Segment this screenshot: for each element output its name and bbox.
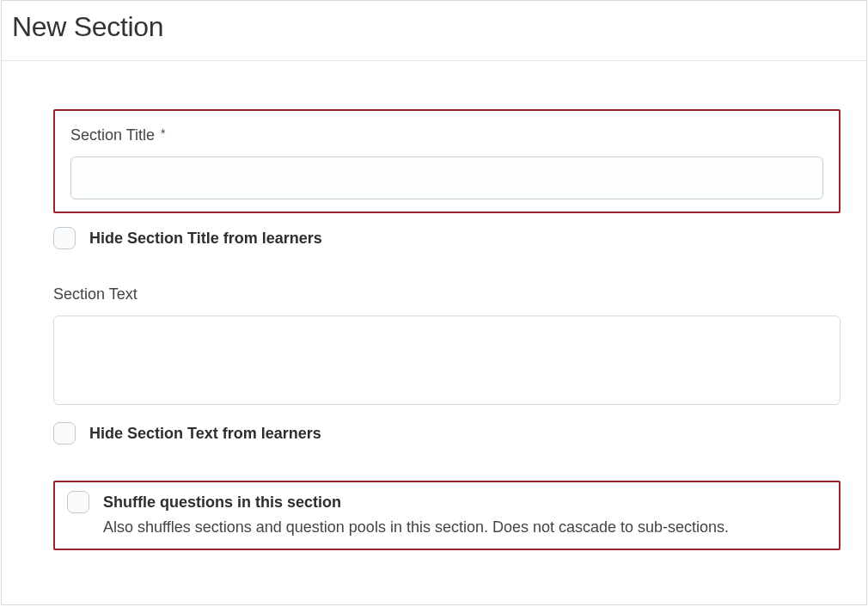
section-text-block: Section Text Hide Section Text from lear… [53, 285, 840, 445]
shuffle-checkbox[interactable] [67, 491, 89, 513]
section-title-label: Section Title * [70, 126, 823, 144]
shuffle-body: Shuffle questions in this section Also s… [103, 491, 729, 536]
hide-text-row: Hide Section Text from learners [53, 422, 840, 445]
shuffle-row: Shuffle questions in this section Also s… [67, 491, 827, 536]
required-asterisk: * [161, 126, 165, 140]
section-title-highlight: Section Title * [53, 109, 840, 213]
section-title-input[interactable] [70, 156, 823, 199]
new-section-window: New Section Section Title * Hide Section… [1, 0, 867, 605]
shuffle-help-text: Also shuffles sections and question pool… [103, 518, 729, 536]
page-title: New Section [12, 11, 853, 43]
shuffle-highlight: Shuffle questions in this section Also s… [53, 481, 840, 550]
hide-text-label[interactable]: Hide Section Text from learners [89, 422, 321, 445]
form-content: Section Title * Hide Section Title from … [2, 61, 866, 576]
hide-text-checkbox[interactable] [53, 422, 76, 445]
hide-title-row: Hide Section Title from learners [53, 227, 840, 249]
header: New Section [2, 1, 866, 61]
hide-title-checkbox[interactable] [53, 227, 76, 249]
section-title-label-text: Section Title [70, 126, 155, 144]
shuffle-label[interactable]: Shuffle questions in this section [103, 491, 729, 513]
section-text-input[interactable] [53, 316, 840, 405]
section-text-label: Section Text [53, 285, 840, 304]
hide-title-label[interactable]: Hide Section Title from learners [89, 227, 322, 249]
